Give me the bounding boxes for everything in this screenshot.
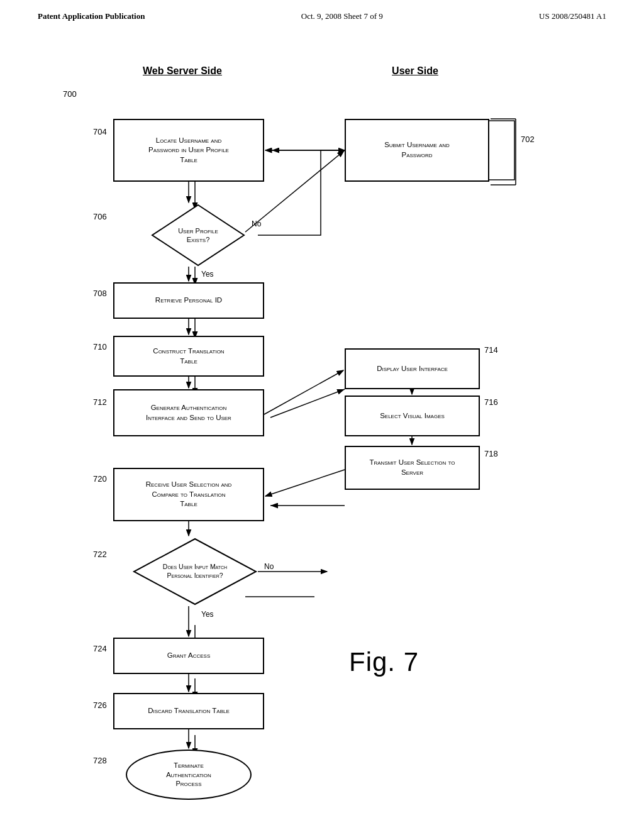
- title-user: User Side: [352, 65, 478, 77]
- box-grant: Grant Access: [113, 638, 264, 674]
- oval-terminate: Terminate Authentication Process: [126, 750, 252, 800]
- num-706: 706: [93, 212, 107, 221]
- diamond-profile-text: User Profile Exists?: [167, 226, 230, 245]
- num-708: 708: [93, 289, 107, 298]
- num-716: 716: [484, 397, 498, 407]
- main-arrows: [0, 34, 644, 814]
- box-receive: Receive User Selection and Compare to Tr…: [113, 468, 264, 521]
- header-right: US 2008/250481 A1: [539, 11, 606, 21]
- box-select: Select Visual Images: [345, 396, 480, 436]
- yes1-label: Yes: [201, 270, 214, 279]
- num-718: 718: [484, 449, 498, 458]
- num-724: 724: [93, 644, 107, 653]
- num-726: 726: [93, 700, 107, 710]
- num-728: 728: [93, 756, 107, 765]
- no2-label: No: [264, 562, 274, 571]
- num-710: 710: [93, 342, 107, 351]
- no1-label: No: [252, 219, 261, 228]
- num-700: 700: [63, 89, 77, 99]
- box-locate: Locate Username and Password in User Pro…: [113, 119, 264, 182]
- svg-line-30: [265, 470, 345, 496]
- header-left: Patent Application Publication: [38, 11, 145, 21]
- box-retrieve: Retrieve Personal ID: [113, 282, 264, 319]
- box-construct: Construct Translation Table: [113, 336, 264, 377]
- box-display: Display User Interface: [345, 348, 480, 389]
- header-center: Oct. 9, 2008 Sheet 7 of 9: [301, 11, 383, 21]
- num-720: 720: [93, 474, 107, 484]
- num-722: 722: [93, 550, 107, 559]
- diamond-profile: User Profile Exists?: [151, 204, 245, 267]
- fig-label: Fig. 7: [349, 647, 419, 677]
- diamond-match: Does User Input Match Personal Identifie…: [132, 537, 258, 606]
- diamond-match-text: Does User Input Match Personal Identifie…: [151, 563, 239, 580]
- num-702: 702: [521, 135, 535, 144]
- box-submit: Submit Username and Password: [345, 119, 489, 182]
- title-server: Web Server Side: [104, 65, 261, 77]
- svg-line-27: [264, 370, 343, 414]
- num-714: 714: [484, 345, 498, 355]
- arrows-svg: [0, 34, 644, 814]
- box-transmit: Transmit User Selection to Server: [345, 446, 480, 490]
- box-generate: Generate Authentication Interface and Se…: [113, 389, 264, 436]
- num-712: 712: [93, 397, 107, 407]
- diagram-container: Web Server Side User Side 700 702 704 Lo…: [0, 34, 644, 814]
- num-704: 704: [93, 127, 107, 136]
- svg-line-10: [270, 389, 345, 418]
- box-discard: Discard Translation Table: [113, 693, 264, 729]
- yes2-label: Yes: [201, 610, 214, 619]
